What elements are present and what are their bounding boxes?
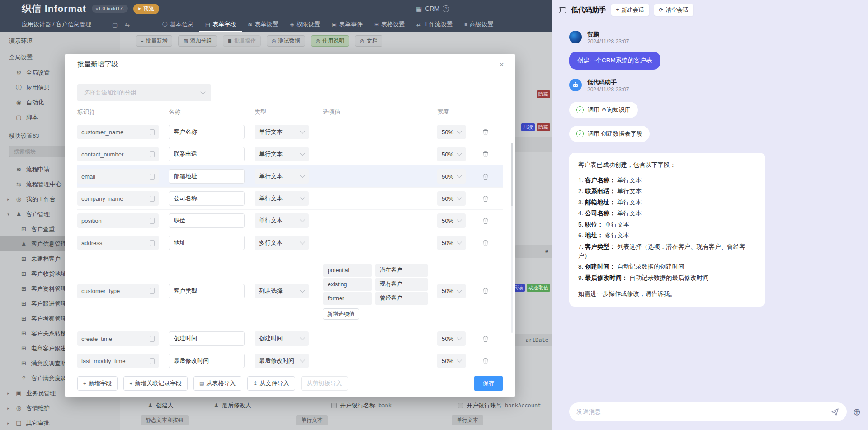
footer-button-从表格导入[interactable]: ▤从表格导入: [193, 376, 241, 391]
option-value-input[interactable]: former: [323, 292, 372, 305]
chat-input-field[interactable]: [576, 408, 827, 415]
identifier-value[interactable]: [81, 173, 150, 180]
chevron-right-icon[interactable]: ▸: [5, 197, 11, 202]
collapse-icon[interactable]: ⇆: [125, 21, 130, 28]
identifier-value[interactable]: [81, 335, 150, 342]
identifier-value[interactable]: [81, 129, 150, 136]
panel-toggle-icon[interactable]: ▢: [112, 21, 118, 28]
field-type-select[interactable]: 最后修改时间: [255, 354, 309, 368]
add-option-button[interactable]: 新增选项值: [323, 308, 359, 320]
field-identifier-input[interactable]: [77, 169, 159, 184]
help-icon[interactable]: ?: [443, 5, 449, 12]
identifier-value[interactable]: [81, 195, 150, 202]
send-icon[interactable]: [830, 407, 840, 416]
delete-field-button[interactable]: [481, 287, 490, 295]
footer-button-从剪切板导入[interactable]: 从剪切板导入: [301, 376, 348, 391]
chevron-right-icon[interactable]: ▸: [5, 406, 11, 411]
field-name-input[interactable]: [169, 191, 245, 206]
tab-高级设置[interactable]: ≡高级设置: [458, 17, 499, 32]
attach-icon[interactable]: ⊕: [853, 407, 861, 416]
field-type-select[interactable]: 列表选择: [255, 284, 309, 298]
field-name-input[interactable]: [169, 147, 245, 161]
toolbar-button[interactable]: ≣批量操作: [223, 35, 261, 47]
app-switcher[interactable]: ▦ CRM ?: [416, 0, 449, 17]
field-identifier-input[interactable]: [77, 354, 159, 368]
identifier-value[interactable]: [81, 358, 150, 364]
delete-field-button[interactable]: [481, 194, 490, 203]
field-width-select[interactable]: 50%: [437, 236, 466, 250]
identifier-value[interactable]: [81, 217, 150, 224]
field-width-select[interactable]: 50%: [437, 331, 466, 346]
field-name-input[interactable]: [169, 284, 245, 298]
preview-button[interactable]: ▶预览: [133, 4, 159, 14]
field-type-select[interactable]: 单行文本: [255, 147, 309, 161]
chevron-right-icon[interactable]: ▸: [5, 391, 11, 396]
toolbar-button[interactable]: ◎使用说明: [311, 35, 349, 47]
option-value-input[interactable]: existing: [323, 278, 372, 291]
toolbar-button[interactable]: +批量新增: [136, 35, 172, 47]
option-label-input[interactable]: 曾经客户: [375, 292, 428, 305]
delete-field-button[interactable]: [481, 239, 490, 247]
tab-权限设置[interactable]: ◈权限设置: [284, 17, 326, 32]
sidebar-item-其它审批[interactable]: ▸▤其它审批: [0, 416, 120, 430]
field-name-input[interactable]: [169, 169, 245, 184]
field-type-select[interactable]: 创建时间: [255, 331, 309, 346]
field-type-select[interactable]: 单行文本: [255, 191, 309, 206]
field-width-select[interactable]: 50%: [437, 284, 466, 298]
field-identifier-input[interactable]: [77, 236, 159, 250]
toolbar-button[interactable]: ◎测试数据: [267, 35, 305, 47]
identifier-value[interactable]: [81, 288, 150, 294]
footer-button-新增字段[interactable]: +新增字段: [77, 376, 118, 391]
delete-field-button[interactable]: [481, 357, 490, 365]
tab-基本信息[interactable]: ⓘ基本信息: [156, 17, 199, 32]
field-identifier-input[interactable]: [77, 284, 159, 298]
tab-表单设置[interactable]: ≋表单设置: [242, 17, 284, 32]
field-identifier-input[interactable]: [77, 331, 159, 346]
sidebar-item-客情维护[interactable]: ▸◎客情维护: [0, 401, 120, 416]
identifier-value[interactable]: [81, 240, 150, 246]
field-width-select[interactable]: 50%: [437, 354, 466, 368]
footer-button-从文件导入[interactable]: ↥从文件导入: [247, 376, 295, 391]
delete-field-button[interactable]: [481, 128, 490, 136]
field-identifier-input[interactable]: [77, 213, 159, 228]
field-width-select[interactable]: 50%: [437, 191, 466, 206]
field-identifier-input[interactable]: [77, 191, 159, 206]
option-value-input[interactable]: potential: [323, 264, 372, 277]
tab-工作流设置[interactable]: ⇄工作流设置: [410, 17, 458, 32]
field-width-select[interactable]: 50%: [437, 125, 466, 139]
delete-field-button[interactable]: [481, 172, 490, 180]
toolbar-button[interactable]: ▧添加分组: [178, 35, 217, 47]
delete-field-button[interactable]: [481, 217, 490, 225]
panel-icon[interactable]: [559, 7, 566, 13]
field-name-input[interactable]: [169, 236, 245, 250]
identifier-value[interactable]: [81, 151, 150, 158]
group-select[interactable]: 选择要添加到的分组: [77, 84, 211, 101]
field-name-input[interactable]: [169, 213, 245, 228]
field-name-input[interactable]: [169, 354, 245, 368]
field-identifier-input[interactable]: [77, 125, 159, 139]
field-width-select[interactable]: 50%: [437, 147, 466, 161]
tab-表单字段[interactable]: ▤表单字段: [199, 17, 242, 32]
modal-scrollbar[interactable]: [511, 143, 513, 333]
tab-表格设置[interactable]: ⊞表格设置: [368, 17, 410, 32]
save-button[interactable]: 保存: [474, 376, 503, 391]
chevron-down-icon[interactable]: ▾: [5, 212, 11, 217]
field-name-input[interactable]: [169, 331, 245, 346]
delete-field-button[interactable]: [481, 335, 490, 343]
chevron-right-icon[interactable]: ▸: [5, 421, 11, 425]
clear-chat-button[interactable]: ⟳清空会话: [654, 4, 693, 16]
field-type-select[interactable]: 单行文本: [255, 169, 309, 184]
option-label-input[interactable]: 潜在客户: [375, 264, 428, 277]
footer-button-新增关联记录字段[interactable]: +新增关联记录字段: [123, 376, 187, 391]
field-identifier-input[interactable]: [77, 147, 159, 161]
chat-input[interactable]: [569, 402, 847, 421]
field-type-select[interactable]: 单行文本: [255, 213, 309, 228]
field-name-input[interactable]: [169, 125, 245, 139]
field-type-select[interactable]: 多行文本: [255, 236, 309, 250]
close-icon[interactable]: ×: [499, 60, 504, 69]
field-type-select[interactable]: 单行文本: [255, 125, 309, 139]
delete-field-button[interactable]: [481, 150, 490, 158]
new-chat-button[interactable]: +新建会话: [611, 4, 649, 16]
tab-表单事件[interactable]: ▣表单事件: [326, 17, 368, 32]
toolbar-button[interactable]: ◎文档: [355, 35, 382, 47]
